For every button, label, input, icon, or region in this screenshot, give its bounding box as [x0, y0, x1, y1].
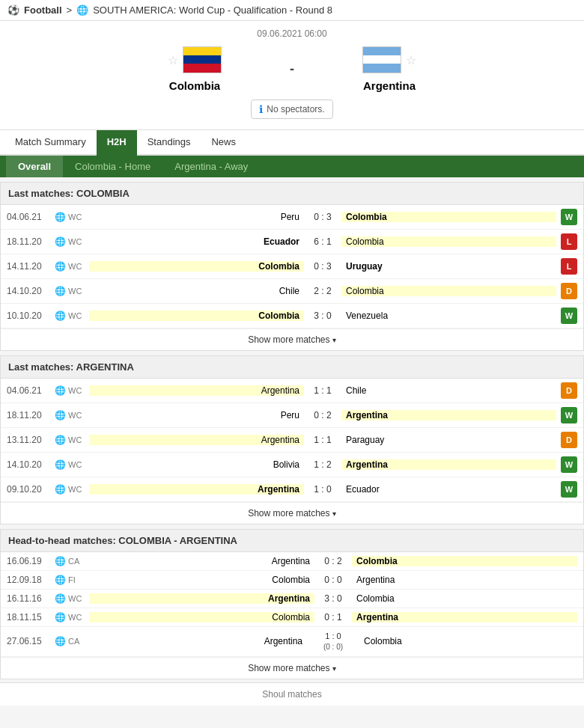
- result-badge-d: D: [561, 283, 577, 299]
- away-team: Colombia: [341, 212, 556, 222]
- comp-icon: 🌐: [52, 593, 68, 604]
- away-team: Argentina: [352, 575, 577, 585]
- h2h-match-row: 18.11.15 🌐 WC Colombia 0 : 1 Argentina: [1, 608, 583, 627]
- sub-tab-argentina-away[interactable]: Argentina - Away: [162, 156, 260, 177]
- h2h-match-row: 12.09.18 🌐 FI Colombia 0 : 0 Argentina: [1, 571, 583, 590]
- away-team-section: ☆ Argentina: [322, 46, 457, 92]
- home-team-name[interactable]: Colombia: [169, 79, 220, 92]
- away-team-name[interactable]: Argentina: [363, 79, 416, 92]
- result-badge-l: L: [561, 258, 577, 275]
- home-team: Colombia: [89, 261, 304, 272]
- home-team: Argentina: [89, 484, 304, 495]
- comp-icon: 🌐: [52, 410, 68, 420]
- away-team: Chile: [341, 385, 556, 396]
- result-badge-w: W: [561, 209, 577, 225]
- sub-tab-overall[interactable]: Overall: [6, 156, 63, 177]
- info-icon: ℹ: [259, 103, 263, 115]
- score: 3 : 0: [314, 593, 352, 604]
- colombia-section: Last matches: COLOMBIA 04.06.21 🌐 WC Per…: [0, 182, 584, 351]
- match-date: 04.06.21: [7, 212, 52, 222]
- score: 1 : 1: [304, 385, 341, 396]
- home-team: Argentina: [89, 435, 304, 445]
- away-team: Colombia: [352, 593, 577, 604]
- comp-icon: 🌐: [52, 311, 68, 321]
- away-team: Ecuador: [341, 484, 556, 495]
- away-team-favorite-icon[interactable]: ☆: [406, 53, 416, 67]
- score: 6 : 1: [304, 236, 341, 247]
- comp-icon: 🌐: [52, 484, 68, 495]
- tabs-bar: Match Summary H2H Standings News: [0, 130, 584, 156]
- away-team: Paraguay: [341, 435, 556, 445]
- home-team: Argentina: [89, 556, 314, 566]
- show-more-argentina[interactable]: Show more matches ▾: [1, 502, 583, 524]
- sub-tab-colombia-home[interactable]: Colombia - Home: [63, 156, 162, 177]
- h2h-section-header: Head-to-head matches: COLOMBIA - ARGENTI…: [1, 530, 583, 552]
- match-date: 18.11.20: [7, 236, 52, 247]
- spectators-note: ℹ No spectators.: [251, 100, 332, 119]
- sport-icon: ⚽: [7, 4, 19, 16]
- home-team: Ecuador: [89, 236, 304, 247]
- score: 2 : 2: [304, 286, 341, 296]
- show-more-h2h[interactable]: Show more matches ▾: [1, 657, 583, 679]
- away-team: Argentina: [352, 612, 577, 623]
- home-team-favorite-icon[interactable]: ☆: [168, 53, 178, 67]
- home-team-section: ☆ Colombia: [127, 46, 262, 92]
- tab-news[interactable]: News: [201, 130, 246, 156]
- match-date: 09.10.20: [7, 484, 52, 495]
- match-date: 16.11.16: [7, 593, 52, 604]
- away-team: Venezuela: [341, 311, 556, 321]
- away-team: Colombia: [341, 286, 556, 296]
- sub-tabs-bar: Overall Colombia - Home Argentina - Away: [0, 156, 584, 177]
- score: 0 : 2: [304, 410, 341, 420]
- result-badge-l: L: [561, 233, 577, 250]
- chevron-down-icon: ▾: [332, 664, 336, 673]
- football-label[interactable]: Football: [24, 4, 62, 16]
- match-date: 18.11.15: [7, 612, 52, 623]
- comp-code: WC: [68, 386, 89, 395]
- home-team: Chile: [89, 286, 304, 296]
- result-badge-w: W: [561, 456, 577, 473]
- match-date: 13.11.20: [7, 435, 52, 445]
- show-more-colombia[interactable]: Show more matches ▾: [1, 328, 583, 350]
- comp-code: WC: [68, 594, 89, 603]
- comp-code: WC: [68, 460, 89, 469]
- away-team: Argentina: [341, 459, 556, 470]
- h2h-match-row: 27.06.15 🌐 CA Argentina 1 : 0(0 : 0) Col…: [1, 627, 583, 657]
- score: 0 : 1: [314, 612, 352, 623]
- tab-match-summary[interactable]: Match Summary: [4, 130, 97, 156]
- score: 0 : 3: [304, 261, 341, 272]
- colombia-match-row: 04.06.21 🌐 WC Peru 0 : 3 Colombia W: [1, 205, 583, 230]
- away-team: Colombia: [359, 636, 577, 646]
- match-hero: 09.06.2021 06:00 ☆ Colombia - ☆ Argentin…: [0, 21, 584, 130]
- home-team: Argentina: [89, 385, 304, 396]
- score: 0 : 2: [314, 556, 352, 566]
- tab-standings[interactable]: Standings: [137, 130, 201, 156]
- away-team: Argentina: [341, 410, 556, 420]
- match-datetime: 09.06.2021 06:00: [15, 28, 569, 39]
- away-team: Uruguay: [341, 261, 556, 272]
- comp-code: WC: [68, 311, 89, 320]
- comp-code: WC: [68, 613, 89, 622]
- match-teams: ☆ Colombia - ☆ Argentina: [15, 46, 569, 92]
- argentina-match-row: 09.10.20 🌐 WC Argentina 1 : 0 Ecuador W: [1, 477, 583, 502]
- home-team: Colombia: [89, 575, 314, 585]
- score: 0 : 0: [314, 575, 352, 585]
- comp-icon: 🌐: [52, 385, 68, 396]
- comp-code: WC: [68, 212, 89, 221]
- h2h-match-row: 16.06.19 🌐 CA Argentina 0 : 2 Colombia: [1, 552, 583, 571]
- match-date: 10.10.20: [7, 311, 52, 321]
- tab-h2h[interactable]: H2H: [97, 130, 137, 156]
- score: 0 : 3: [304, 212, 341, 222]
- competition-label[interactable]: SOUTH AMERICA: World Cup - Qualification…: [93, 4, 332, 16]
- comp-icon: 🌐: [52, 435, 68, 445]
- colombia-match-row: 18.11.20 🌐 WC Ecuador 6 : 1 Colombia L: [1, 230, 583, 254]
- comp-icon: 🌐: [52, 575, 68, 585]
- result-badge-w: W: [561, 308, 577, 324]
- comp-code: WC: [68, 262, 89, 271]
- bottom-note: Shoul matches: [0, 682, 584, 706]
- match-date: 14.10.20: [7, 459, 52, 470]
- colombia-section-header: Last matches: COLOMBIA: [1, 183, 583, 205]
- argentina-match-row: 14.10.20 🌐 WC Bolivia 1 : 2 Argentina W: [1, 453, 583, 477]
- result-badge-d: D: [561, 432, 577, 448]
- score: 1 : 1: [304, 435, 341, 445]
